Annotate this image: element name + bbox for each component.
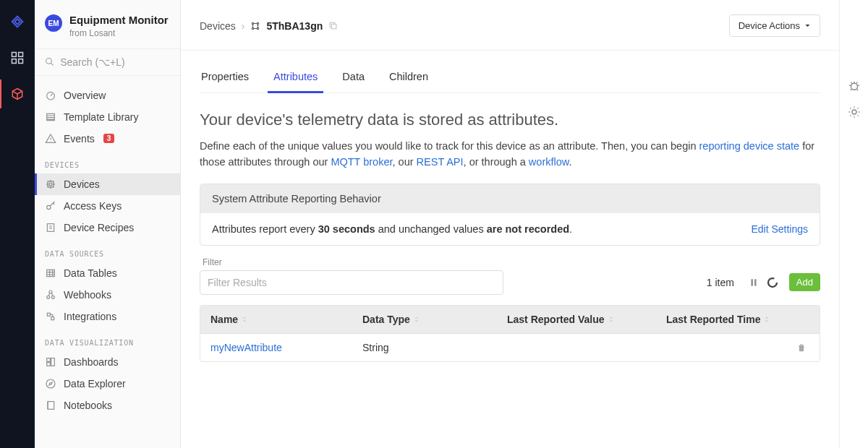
intro-pre: Define each of the unique values you wou… — [200, 140, 699, 152]
nav-notebooks[interactable]: Notebooks — [35, 395, 180, 416]
sort-icon — [241, 315, 248, 324]
svg-rect-11 — [47, 270, 55, 276]
library-icon — [45, 111, 56, 123]
nav-device-recipes[interactable]: Device Recipes — [35, 217, 180, 238]
attribute-lrt — [656, 340, 786, 356]
nav-overview[interactable]: Overview — [35, 85, 180, 106]
tab-attributes[interactable]: Attributes — [272, 64, 319, 92]
svg-point-4 — [46, 59, 52, 64]
nav-webhooks[interactable]: Webhooks — [35, 284, 180, 306]
nav-label: Data Explorer — [64, 378, 126, 389]
nav-template-library[interactable]: Template Library — [35, 106, 180, 128]
nav-label: Events — [64, 133, 95, 145]
nav-dashboards[interactable]: Dashboards — [35, 351, 180, 373]
nav-data-tables[interactable]: Data Tables — [35, 262, 180, 284]
th-lrt-label: Last Reported Time — [666, 314, 760, 325]
svg-point-12 — [47, 296, 50, 298]
nav-heading-data-viz: DATA VISUALIZATION — [35, 327, 180, 351]
breadcrumb-row: Devices › 5ThBA13gn Device Actions — [181, 0, 839, 51]
trash-icon[interactable] — [796, 343, 809, 353]
breadcrumb-sep: › — [242, 20, 245, 32]
gear-cycle-icon[interactable] — [848, 105, 861, 119]
svg-rect-19 — [47, 362, 51, 366]
link-workflow[interactable]: workflow — [529, 156, 569, 168]
sort-icon — [413, 315, 420, 324]
svg-point-25 — [258, 27, 259, 29]
svg-point-24 — [252, 27, 254, 29]
search-input[interactable] — [60, 56, 170, 68]
th-actions — [786, 306, 820, 333]
nav-label: Overview — [64, 90, 106, 101]
svg-point-22 — [252, 22, 254, 24]
svg-rect-17 — [47, 358, 51, 361]
intro-mid3: , or through a — [464, 156, 529, 168]
filter-row: 1 item Add — [200, 270, 820, 295]
system-box-body: Attributes report every 30 seconds and u… — [212, 223, 572, 235]
nav-label: Template Library — [64, 111, 139, 123]
pause-icon[interactable] — [749, 277, 759, 288]
page-title: Your device's telemetry data is stored a… — [200, 93, 820, 138]
nav-events[interactable]: Events 3 — [35, 128, 180, 150]
sidebar-search[interactable] — [35, 48, 180, 76]
th-type[interactable]: Data Type — [352, 306, 497, 333]
svg-rect-7 — [48, 181, 54, 187]
sort-icon — [608, 315, 615, 324]
tab-children[interactable]: Children — [388, 64, 430, 92]
sb-bold1: 30 seconds — [318, 223, 375, 235]
sb-post: . — [569, 223, 572, 235]
th-name-label: Name — [210, 314, 238, 325]
link-mqtt[interactable]: MQTT broker — [331, 156, 392, 168]
th-last-value[interactable]: Last Reported Value — [497, 306, 656, 333]
brand-logo-icon[interactable] — [6, 10, 29, 33]
svg-point-31 — [852, 110, 856, 114]
nav-data-explorer[interactable]: Data Explorer — [35, 373, 180, 395]
alert-icon — [45, 133, 56, 145]
svg-rect-10 — [47, 223, 54, 231]
filter-label: Filter — [200, 251, 820, 270]
nav-access-keys[interactable]: Access Keys — [35, 195, 180, 217]
attribute-lrv — [497, 340, 656, 356]
svg-rect-27 — [751, 279, 752, 285]
recipe-icon — [45, 222, 56, 233]
nav-label: Webhooks — [64, 289, 111, 301]
table-icon — [45, 267, 56, 279]
svg-rect-15 — [47, 313, 50, 316]
copy-icon[interactable] — [328, 21, 338, 30]
svg-point-9 — [47, 205, 51, 209]
svg-rect-18 — [51, 358, 55, 366]
attribute-name-link[interactable]: myNewAttribute — [210, 342, 282, 353]
system-attribute-box: System Attribute Reporting Behavior Attr… — [200, 184, 820, 246]
nav-heading-data-sources: DATA SOURCES — [35, 238, 180, 262]
nav-label: Dashboards — [64, 356, 119, 368]
intro-post: . — [569, 156, 571, 168]
link-rest[interactable]: REST API — [417, 156, 464, 168]
bug-icon[interactable] — [848, 79, 861, 92]
tab-data[interactable]: Data — [341, 64, 366, 92]
key-icon — [45, 200, 56, 212]
cube-icon[interactable] — [6, 82, 29, 105]
nav-integrations[interactable]: Integrations — [35, 306, 180, 327]
table-header: Name Data Type Last Reported Value Last … — [200, 306, 820, 334]
th-last-time[interactable]: Last Reported Time — [656, 306, 786, 333]
item-count: 1 item — [707, 277, 734, 288]
main: Devices › 5ThBA13gn Device Actions Prope… — [181, 0, 839, 448]
svg-point-23 — [258, 22, 259, 24]
add-button[interactable]: Add — [789, 273, 820, 291]
device-actions-button[interactable]: Device Actions — [729, 14, 820, 37]
th-type-label: Data Type — [362, 314, 410, 325]
chip-icon — [45, 178, 56, 190]
edit-settings-link[interactable]: Edit Settings — [751, 223, 808, 235]
app-header: EM Equipment Monitor from Losant — [35, 0, 180, 48]
apps-grid-icon[interactable] — [6, 46, 29, 69]
th-name[interactable]: Name — [200, 306, 352, 333]
nav-devices[interactable]: Devices — [35, 173, 180, 195]
device-glyph-icon — [250, 21, 260, 31]
svg-point-5 — [47, 92, 55, 100]
svg-rect-28 — [754, 279, 756, 285]
svg-rect-16 — [51, 316, 54, 319]
breadcrumb-root[interactable]: Devices — [200, 20, 236, 32]
link-reporting-state[interactable]: reporting device state — [699, 140, 800, 152]
tab-properties[interactable]: Properties — [200, 64, 250, 92]
refresh-spinner-icon[interactable] — [766, 276, 779, 289]
filter-input[interactable] — [200, 270, 503, 295]
